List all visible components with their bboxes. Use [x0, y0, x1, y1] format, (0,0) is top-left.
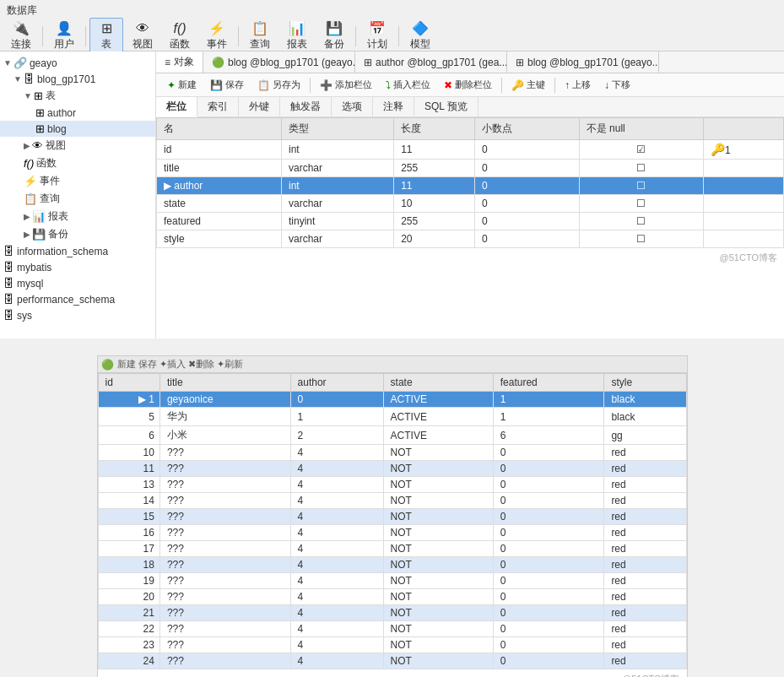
tab-object[interactable]: ≡ 对象	[156, 51, 203, 73]
saveas-button[interactable]: 📋 另存为	[251, 76, 306, 94]
toolbar-plan[interactable]: 📅 计划	[360, 18, 395, 54]
table-row[interactable]: 18???4NOT0red	[98, 557, 686, 573]
sidebar-item-views[interactable]: ▶ 👁 视图	[0, 137, 155, 154]
tab-object-label: 对象	[174, 55, 194, 69]
result-cell-style: red	[604, 557, 686, 573]
subtab-trigger[interactable]: 触发器	[280, 97, 332, 116]
table-row[interactable]: 21???4NOT0red	[98, 605, 686, 621]
table-row[interactable]: 16???4NOT0red	[98, 525, 686, 541]
field-notnull-cell[interactable]: ☐	[579, 177, 703, 195]
result-cell-title: ???	[160, 653, 290, 669]
expand-views-icon: ▶	[24, 141, 30, 150]
subtab-sqlpreview[interactable]: SQL 预览	[414, 97, 479, 116]
result-cell-id: 21	[98, 605, 160, 621]
tab-blog-gp1701-label: blog @blog_gp1701 (geayo...	[228, 57, 355, 68]
table-row[interactable]: 14???4NOT0red	[98, 493, 686, 509]
tab-author[interactable]: ⊞ author @blog_gp1701 (gea... ✕	[355, 51, 507, 73]
sidebar-item-functions[interactable]: f() 函数	[0, 154, 155, 172]
sidebar-item-tables[interactable]: ▼ ⊞ 表	[0, 87, 155, 105]
object-tab-icon: ≡	[165, 57, 170, 68]
field-notnull-cell[interactable]: ☐	[579, 195, 703, 213]
toolbar-sep-3	[238, 26, 239, 46]
table-row[interactable]: 15???4NOT0red	[98, 509, 686, 525]
field-notnull-cell[interactable]: ☐	[579, 213, 703, 230]
data-section: 🟢 新建 保存 ✦插入 ✖删除 ✦刷新 id title author stat…	[97, 355, 688, 677]
sidebar-item-blog_gp1701[interactable]: ▼ 🗄 blog_gp1701	[0, 71, 155, 87]
addfield-button[interactable]: ➕ 添加栏位	[314, 76, 378, 94]
toolbar-model-label: 模型	[410, 37, 430, 51]
field-key-cell	[703, 195, 783, 213]
field-notnull-cell[interactable]: ☐	[579, 160, 703, 177]
table-row[interactable]: 10???4NOT0red	[98, 445, 686, 461]
data-section-header: 🟢 新建 保存 ✦插入 ✖删除 ✦刷新	[98, 356, 687, 373]
content-area: ▼ 🔗 geayo ▼ 🗄 blog_gp1701 ▼ ⊞ 表 ⊞ author	[0, 51, 784, 338]
result-cell-id: 14	[98, 493, 160, 509]
result-cell-featured: 0	[493, 573, 604, 589]
field-key-cell	[703, 177, 783, 195]
sidebar-item-reports[interactable]: ▶ 📊 报表	[0, 208, 155, 225]
sidebar-item-queries[interactable]: 📋 查询	[0, 190, 155, 208]
table-row[interactable]: 22???4NOT0red	[98, 621, 686, 637]
table-row[interactable]: 20???4NOT0red	[98, 589, 686, 605]
table-row[interactable]: 24???4NOT0red	[98, 653, 686, 669]
insertfield-button[interactable]: ⤵ 插入栏位	[380, 76, 436, 94]
result-cell-title: ???	[160, 573, 290, 589]
toolbar-view[interactable]: 👁 视图	[125, 19, 160, 54]
sidebar-item-mybatis[interactable]: 🗄 mybatis	[0, 259, 155, 275]
toolbar-user[interactable]: 👤 用户	[46, 18, 82, 54]
toolbar-model[interactable]: 🔷 模型	[403, 18, 438, 54]
field-notnull-cell[interactable]: ☑	[579, 140, 703, 160]
table-row[interactable]: 19???4NOT0red	[98, 573, 686, 589]
sidebar-item-mysql[interactable]: 🗄 mysql	[0, 275, 155, 291]
result-col-state: state	[383, 374, 493, 392]
deletefield-button[interactable]: ✖ 删除栏位	[438, 76, 498, 94]
tab-blog-gp1701[interactable]: 🟢 blog @blog_gp1701 (geayo... ✕	[203, 51, 355, 73]
sidebar-item-events[interactable]: ⚡ 事件	[0, 172, 155, 190]
save-button[interactable]: 💾 保存	[204, 76, 250, 94]
result-cell-id: ▶ 1	[98, 392, 160, 408]
movedown-button[interactable]: ↓ 下移	[598, 76, 636, 94]
primarykey-button[interactable]: 🔑 主键	[506, 76, 551, 94]
table-row[interactable]: 11???4NOT0red	[98, 461, 686, 477]
sidebar-item-sys[interactable]: 🗄 sys	[0, 307, 155, 323]
sidebar-item-backup[interactable]: ▶ 💾 备份	[0, 225, 155, 243]
table-row[interactable]: ▶ 1geyaonice0ACTIVE1black	[98, 392, 686, 408]
table-row[interactable]: 13???4NOT0red	[98, 477, 686, 493]
toolbar-backup[interactable]: 💾 备份	[316, 18, 352, 54]
toolbar-connect[interactable]: 🔌 连接	[3, 18, 39, 54]
sidebar-item-author[interactable]: ⊞ author	[0, 105, 155, 121]
sidebar-blog-table-label: blog	[47, 123, 67, 135]
subtab-fields[interactable]: 栏位	[156, 97, 197, 117]
blog2-tab-icon: ⊞	[516, 57, 524, 68]
result-cell-featured: 0	[493, 621, 604, 637]
new-button[interactable]: ✦ 新建	[161, 76, 203, 94]
result-cell-state: NOT	[383, 445, 493, 461]
result-cell-featured: 0	[493, 605, 604, 621]
sidebar-item-information-schema[interactable]: 🗄 information_schema	[0, 243, 155, 259]
field-name-cell: state	[157, 195, 282, 213]
sidebar-item-geayo[interactable]: ▼ 🔗 geayo	[0, 55, 155, 71]
table-blog-icon: ⊞	[35, 122, 45, 135]
toolbar-function[interactable]: f() 函数	[162, 19, 197, 54]
subtab-index[interactable]: 索引	[197, 97, 239, 116]
table-row[interactable]: 23???4NOT0red	[98, 637, 686, 653]
toolbar-event[interactable]: ⚡ 事件	[199, 18, 235, 54]
toolbar-table[interactable]: ⊞ 表	[89, 18, 123, 54]
result-cell-title: ???	[160, 477, 290, 493]
table-row[interactable]: 5华为1ACTIVE1black	[98, 408, 686, 426]
subtab-options[interactable]: 选项	[332, 97, 373, 116]
toolbar-query[interactable]: 📋 查询	[242, 18, 278, 54]
moveup-button[interactable]: ↑ 上移	[559, 76, 597, 94]
field-length-cell: 10	[394, 195, 475, 213]
table-row[interactable]: 6小米2ACTIVE6gg	[98, 426, 686, 445]
sidebar-item-performance-schema[interactable]: 🗄 performance_schema	[0, 291, 155, 307]
table-row[interactable]: 17???4NOT0red	[98, 541, 686, 557]
subtab-fk[interactable]: 外键	[239, 97, 280, 116]
field-key-cell: 🔑1	[703, 140, 783, 160]
tab-blog2[interactable]: ⊞ blog @blog_gp1701 (geayo... ✕	[507, 51, 659, 73]
sidebar-item-blog[interactable]: ⊞ blog	[0, 121, 155, 137]
field-notnull-cell[interactable]: ☐	[579, 230, 703, 248]
subtab-comment[interactable]: 注释	[373, 97, 414, 116]
deletefield-btn-icon: ✖	[444, 79, 452, 91]
toolbar-report[interactable]: 📊 报表	[279, 18, 315, 54]
